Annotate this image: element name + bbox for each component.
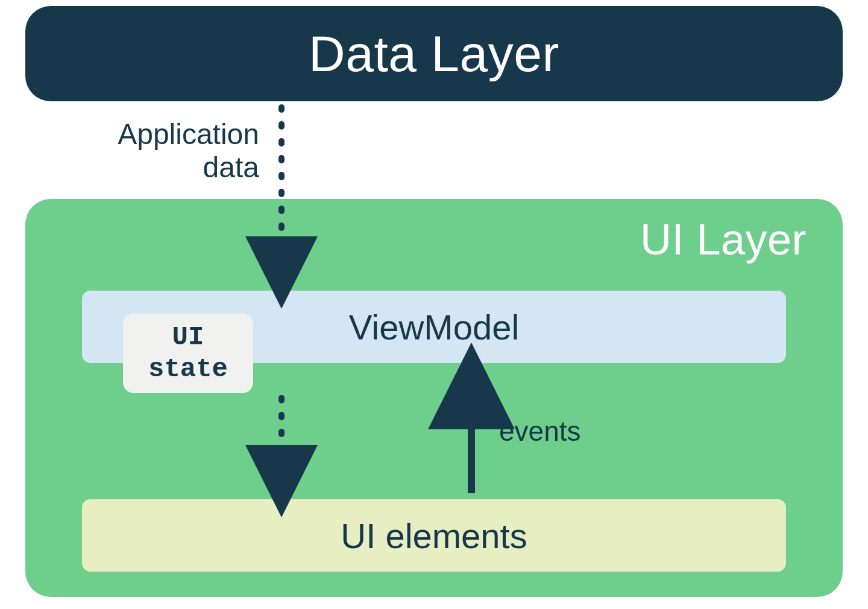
ui-state-box: UI state: [123, 314, 253, 393]
data-layer-box: Data Layer: [25, 6, 843, 101]
ui-state-label: UI state: [148, 321, 228, 385]
ui-elements-box: UI elements: [82, 499, 786, 572]
events-label: events: [499, 415, 581, 447]
viewmodel-label: ViewModel: [349, 307, 520, 347]
data-layer-label: Data Layer: [309, 25, 559, 83]
ui-elements-label: UI elements: [341, 516, 527, 556]
ui-layer-title: UI Layer: [640, 215, 807, 264]
ui-layer-box: UI Layer ViewModel UI state UI elements …: [25, 199, 843, 597]
application-data-label: Application data: [72, 118, 259, 184]
